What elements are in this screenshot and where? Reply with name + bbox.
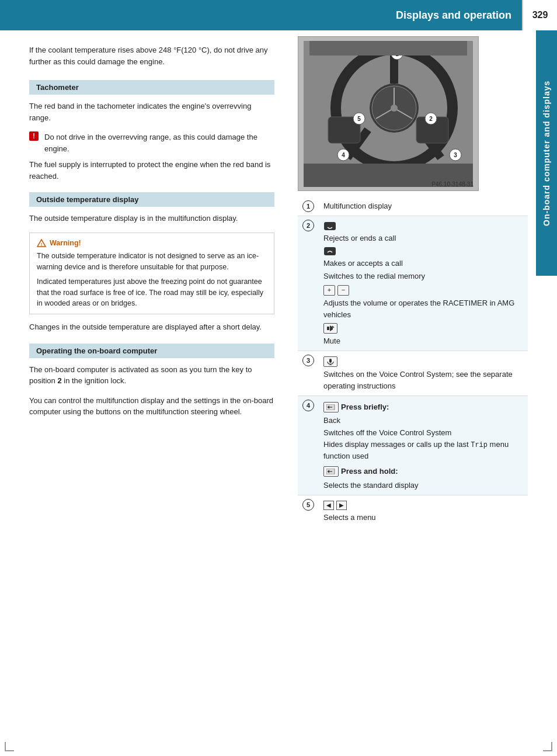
page-number: 329 (522, 0, 557, 30)
circle-2: 2 (302, 220, 314, 231)
outside-temp-header: Outside temperature display (29, 192, 274, 207)
circle-4: 4 (302, 400, 314, 411)
minus-icon: − (337, 285, 349, 296)
ref-2-text2: Makes or accepts a call (323, 258, 523, 269)
phone-end-icon (323, 221, 336, 231)
circle-5: 5 (302, 499, 314, 511)
tachometer-section: Tachometer The red band in the tachomete… (29, 80, 274, 182)
steering-wheel-svg: 1 2 3 4 5 (304, 41, 473, 187)
left-arrow-icon: ◀ (323, 501, 334, 510)
header-bar: Displays and operation 329 (0, 0, 557, 30)
header-title: Displays and operation (385, 0, 522, 30)
tachometer-header: Tachometer (29, 80, 274, 95)
right-arrow-icon: ▶ (336, 501, 347, 510)
svg-point-9 (391, 105, 398, 112)
ref-num-1: 1 (298, 197, 319, 216)
press-briefly-label: Press briefly: (341, 401, 389, 413)
ref-1-text: Multifunction display (323, 202, 392, 210)
press-hold-label: Press and hold: (341, 466, 398, 477)
back-hold-row: Press and hold: (323, 466, 523, 477)
table-row: 5 ◀ ▶ Selects a menu (298, 495, 528, 527)
ref-2-text1: Rejects or ends a call (323, 233, 523, 244)
svg-rect-29 (327, 327, 329, 330)
onboard-body1: The on-board computer is activated as so… (29, 364, 274, 387)
table-row: 1 Multifunction display (298, 197, 528, 216)
phone-accept-row (323, 247, 523, 256)
ref-num-4: 4 (298, 396, 319, 495)
warning-text2: Indicated temperatures just above the fr… (37, 276, 267, 309)
warning-box: ! Warning! The outside temperature indic… (29, 233, 274, 315)
warning-title: ! Warning! (37, 238, 267, 249)
reference-table: 1 Multifunction display 2 (298, 197, 528, 527)
ref-desc-3: Switches on the Voice Control System; se… (319, 351, 528, 396)
svg-text:2: 2 (429, 116, 433, 122)
svg-rect-31 (329, 359, 332, 363)
main-content: If the coolant temperature rises above 2… (0, 30, 557, 756)
right-column: 1 2 3 4 5 P46.10-3148-31 1 (292, 30, 557, 756)
phone-end-row (323, 221, 523, 231)
ref-4-voice-off: Switches off the Voice Control System (323, 427, 523, 439)
svg-text:3: 3 (454, 152, 457, 158)
ref-3-text: Switches on the Voice Control System; se… (323, 369, 523, 392)
mute-icon (323, 323, 337, 334)
danger-icon: ! (29, 131, 39, 141)
danger-text: Do not drive in the overrevving range, a… (41, 131, 274, 154)
corner-mark-br (543, 742, 552, 751)
trip-text: Trip (471, 441, 488, 449)
header-title-block: Displays and operation 329 (385, 0, 557, 30)
ref-4-hide: Hides display messages or calls up the l… (323, 439, 523, 463)
svg-rect-26 (309, 41, 467, 56)
side-tab: On-board computer and displays (536, 30, 557, 276)
mute-row (323, 323, 523, 334)
svg-text:!: ! (41, 241, 43, 247)
ref-5-text: Selects a menu (323, 512, 523, 523)
ref-desc-2: Rejects or ends a call Makes or accepts … (319, 216, 528, 351)
back-hold-icon (323, 466, 339, 477)
ref-4-back: Back (323, 415, 523, 426)
svg-text:4: 4 (342, 152, 345, 158)
ref-4-standard: Selects the standard display (323, 480, 523, 491)
svg-rect-27 (324, 222, 336, 230)
steering-wheel-image: 1 2 3 4 5 P46.10-3148-31 (298, 36, 479, 191)
ref-2-text4: Adjusts the volume or operates the RACET… (323, 297, 523, 321)
ref-desc-5: ◀ ▶ Selects a menu (319, 495, 528, 527)
left-column: If the coolant temperature rises above 2… (0, 30, 292, 756)
table-row: 3 (298, 351, 528, 396)
plus-minus-row: + − (323, 285, 523, 296)
voice-row (323, 356, 523, 367)
ref-2-mute-text: Mute (323, 335, 523, 347)
image-label: P46.10-3148-31 (431, 181, 474, 188)
outside-temp-body1: The outside temperature display is in th… (29, 213, 274, 224)
left-right-row: ◀ ▶ (323, 501, 523, 510)
tachometer-body1: The red band in the tachometer indicates… (29, 100, 274, 123)
back-brief-row: Press briefly: (323, 401, 523, 413)
onboard-body2: You can control the multifunction displa… (29, 395, 274, 418)
warning-triangle-icon: ! (37, 238, 46, 248)
warning-text1: The outside temperature indicator is not… (37, 251, 267, 273)
warning-label: Warning! (50, 238, 81, 249)
outside-temp-body2: Changes in the outside temperature are d… (29, 321, 274, 333)
back-brief-icon (323, 402, 339, 412)
corner-mark-bl (5, 742, 14, 751)
circle-1: 1 (302, 200, 314, 212)
ref-num-5: 5 (298, 495, 319, 527)
ref-desc-1: Multifunction display (319, 197, 528, 216)
ref-num-2: 2 (298, 216, 319, 351)
outside-temp-section: Outside temperature display The outside … (29, 192, 274, 333)
onboard-section: Operating the on-board computer The on-b… (29, 344, 274, 418)
phone-accept-icon (323, 247, 336, 256)
ref-desc-4: Press briefly: Back Switches off the Voi… (319, 396, 528, 495)
table-row: 2 Rejects or ends a call (298, 216, 528, 351)
svg-text:5: 5 (357, 116, 361, 122)
intro-text: If the coolant temperature rises above 2… (29, 44, 274, 67)
danger-line: ! Do not drive in the overrevving range,… (29, 131, 274, 154)
onboard-header: Operating the on-board computer (29, 344, 274, 358)
voice-icon (323, 356, 337, 367)
ref-2-text3: Switches to the redial memory (323, 271, 523, 282)
ref-num-3: 3 (298, 351, 319, 396)
tachometer-body2: The fuel supply is interrupted to protec… (29, 159, 274, 182)
circle-3: 3 (302, 355, 314, 366)
plus-icon: + (323, 285, 335, 296)
table-row: 4 Press briefly: (298, 396, 528, 495)
